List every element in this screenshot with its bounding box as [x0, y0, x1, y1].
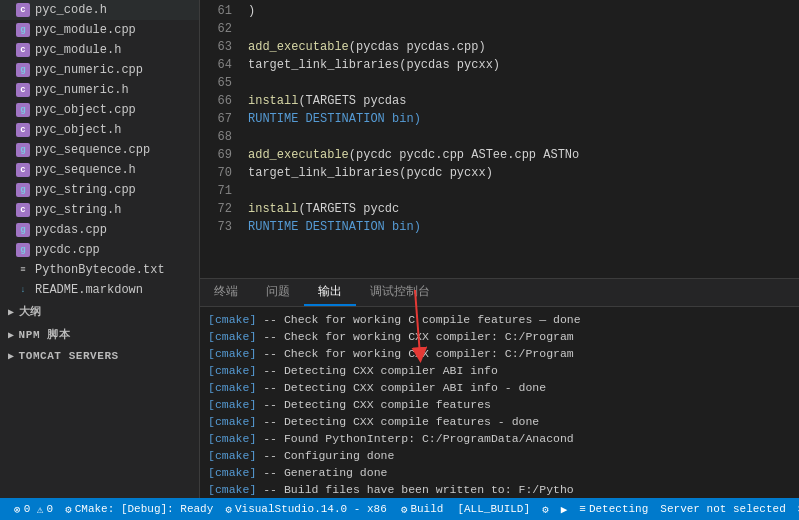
section-tomcat[interactable]: ▶ TOMCAT SERVERS [0, 346, 199, 366]
line-num-7: 68 [200, 128, 232, 146]
status-errors[interactable]: ⊗ 0 ⚠ 0 [8, 498, 59, 520]
cmake-message: -- Detecting CXX compile features - done [263, 415, 539, 428]
section-npm[interactable]: ▶ NPM 脚本 [0, 323, 199, 346]
sidebar-file-14[interactable]: ↓README.markdown [0, 280, 199, 300]
status-all-build[interactable]: [ALL_BUILD] [451, 498, 536, 520]
build-icon: ⚙ [401, 503, 408, 516]
line-num-5: 66 [200, 92, 232, 110]
vs-label: VisualStudio.14.0 - x86 [235, 503, 387, 515]
terminal-tabs: 终端问题输出调试控制台 [200, 279, 799, 307]
cmake-prefix: [cmake] [208, 466, 256, 479]
cmake-message: -- Check for working CXX compiler: C:/Pr… [263, 330, 574, 343]
section-tomcat-label: TOMCAT SERVERS [19, 350, 119, 362]
file-label-2: pyc_module.h [35, 43, 121, 57]
sidebar-file-12[interactable]: gpycdc.cpp [0, 240, 199, 260]
gear1-icon: ⚙ [542, 503, 549, 516]
line-num-6: 67 [200, 110, 232, 128]
sidebar-file-8[interactable]: cpyc_sequence.h [0, 160, 199, 180]
terminal-line-2: [cmake] -- Check for working CXX compile… [208, 345, 791, 362]
sidebar-file-4[interactable]: cpyc_numeric.h [0, 80, 199, 100]
cmake-prefix: [cmake] [208, 347, 256, 360]
sidebar-file-6[interactable]: cpyc_object.h [0, 120, 199, 140]
chevron-outline-icon: ▶ [8, 306, 15, 318]
status-cmake[interactable]: ⚙ CMake: [Debug]: Ready [59, 498, 219, 520]
terminal-line-5: [cmake] -- Detecting CXX compile feature… [208, 396, 791, 413]
code-line-8: add_executable(pycdc pycdc.cpp ASTee.cpp… [248, 146, 799, 164]
file-icon-11: g [16, 223, 30, 237]
section-npm-label: NPM 脚本 [19, 327, 71, 342]
line-num-11: 72 [200, 200, 232, 218]
file-icon-1: g [16, 23, 30, 37]
vs-icon: ⚙ [225, 503, 232, 516]
terminal-panel: 终端问题输出调试控制台 [cmake] -- Check for working… [200, 278, 799, 498]
status-select[interactable]: Select Po... [792, 498, 799, 520]
terminal-line-9: [cmake] -- Generating done [208, 464, 791, 481]
terminal-tab-0[interactable]: 终端 [200, 279, 252, 306]
file-icon-7: g [16, 143, 30, 157]
status-vs[interactable]: ⚙ VisualStudio.14.0 - x86 [219, 498, 392, 520]
terminal-tab-3[interactable]: 调试控制台 [356, 279, 444, 306]
status-play[interactable]: ▶ [555, 498, 574, 520]
sidebar-file-3[interactable]: gpyc_numeric.cpp [0, 60, 199, 80]
code-line-2: add_executable(pycdas pycdas.cpp) [248, 38, 799, 56]
error-icon: ⊗ [14, 503, 21, 516]
file-icon-9: g [16, 183, 30, 197]
code-line-9: target_link_libraries(pycdc pycxx) [248, 164, 799, 182]
file-icon-3: g [16, 63, 30, 77]
file-label-13: PythonBytecode.txt [35, 263, 165, 277]
cmake-message: -- Generating done [263, 466, 387, 479]
build-button[interactable]: ⚙ Build [393, 498, 452, 520]
file-list: cpyc_code.hgpyc_module.cppcpyc_module.hg… [0, 0, 199, 300]
cmake-message: -- Detecting CXX compile features [263, 398, 491, 411]
line-num-9: 70 [200, 164, 232, 182]
cmake-message: -- Configuring done [263, 449, 394, 462]
sidebar-file-10[interactable]: cpyc_string.h [0, 200, 199, 220]
file-label-7: pyc_sequence.cpp [35, 143, 150, 157]
terminal-content[interactable]: [cmake] -- Check for working C compile f… [200, 307, 799, 498]
line-num-2: 63 [200, 38, 232, 56]
terminal-line-3: [cmake] -- Detecting CXX compiler ABI in… [208, 362, 791, 379]
cmake-message: -- Found PythonInterp: C:/ProgramData/An… [263, 432, 574, 445]
sidebar-file-5[interactable]: gpyc_object.cpp [0, 100, 199, 120]
status-gear1[interactable]: ⚙ [536, 498, 555, 520]
file-icon-13: ≡ [16, 263, 30, 277]
sidebar-file-1[interactable]: gpyc_module.cpp [0, 20, 199, 40]
server-label: Server not selected [660, 503, 785, 515]
sidebar-file-13[interactable]: ≡PythonBytecode.txt [0, 260, 199, 280]
terminal-line-6: [cmake] -- Detecting CXX compile feature… [208, 413, 791, 430]
cmake-prefix: [cmake] [208, 381, 256, 394]
file-icon-0: c [16, 3, 30, 17]
code-content[interactable]: )add_executable(pycdas pycdas.cpp) targe… [240, 0, 799, 278]
sidebar-file-2[interactable]: cpyc_module.h [0, 40, 199, 60]
cmake-label: CMake: [Debug]: Ready [75, 503, 214, 515]
terminal-line-0: [cmake] -- Check for working C compile f… [208, 311, 791, 328]
file-label-14: README.markdown [35, 283, 143, 297]
line-num-0: 61 [200, 2, 232, 20]
editor-area: 61626364656667686970717273 )add_executab… [200, 0, 799, 498]
sidebar-file-11[interactable]: gpycdas.cpp [0, 220, 199, 240]
sidebar-file-7[interactable]: gpyc_sequence.cpp [0, 140, 199, 160]
terminal-line-7: [cmake] -- Found PythonInterp: C:/Progra… [208, 430, 791, 447]
code-line-0: ) [248, 2, 799, 20]
status-detecting[interactable]: ≡ Detecting [573, 498, 654, 520]
cmake-prefix: [cmake] [208, 432, 256, 445]
sidebar-file-9[interactable]: gpyc_string.cpp [0, 180, 199, 200]
terminal-tab-1[interactable]: 问题 [252, 279, 304, 306]
file-label-5: pyc_object.cpp [35, 103, 136, 117]
sidebar-file-0[interactable]: cpyc_code.h [0, 0, 199, 20]
terminal-tab-2[interactable]: 输出 [304, 279, 356, 306]
section-outline[interactable]: ▶ 大纲 [0, 300, 199, 323]
cmake-prefix: [cmake] [208, 415, 256, 428]
cmake-prefix: [cmake] [208, 330, 256, 343]
line-num-3: 64 [200, 56, 232, 74]
warning-icon: ⚠ [37, 503, 44, 516]
status-server[interactable]: Server not selected [654, 498, 791, 520]
code-line-4 [248, 74, 799, 92]
detecting-icon: ≡ [579, 503, 586, 515]
file-label-6: pyc_object.h [35, 123, 121, 137]
line-num-12: 73 [200, 218, 232, 236]
chevron-npm-icon: ▶ [8, 329, 15, 341]
file-icon-12: g [16, 243, 30, 257]
cmake-message: -- Detecting CXX compiler ABI info - don… [263, 381, 546, 394]
code-line-11: install(TARGETS pycdc [248, 200, 799, 218]
